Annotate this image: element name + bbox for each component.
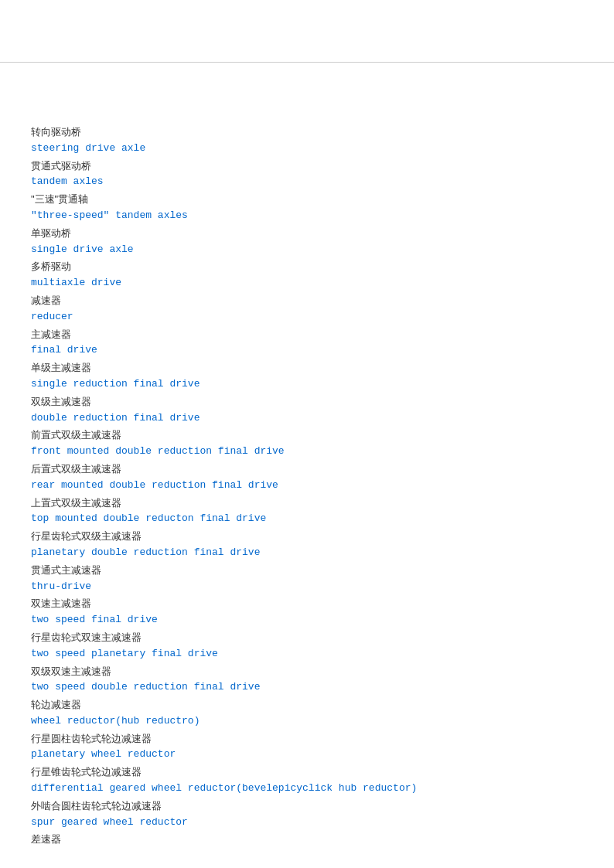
english-term: differential geared wheel reductor(bevel…: [31, 781, 583, 797]
list-item: 贯通式驱动桥tandem axles: [31, 158, 583, 191]
chinese-term: 上置式双级主减速器: [31, 495, 583, 512]
english-term: reducer: [31, 309, 583, 325]
english-term: thru-drive: [31, 579, 583, 595]
list-item: 双速主减速器two speed final drive: [31, 596, 583, 628]
list-item: 轮边减速器wheel reductor(hub reductro): [31, 697, 583, 730]
chinese-term: 差速器: [31, 832, 583, 848]
list-item: 行星齿轮式双速主减速器two speed planetary final dri…: [31, 630, 583, 662]
chinese-term: "三速"贯通轴: [31, 192, 583, 208]
english-term: multiaxle drive: [31, 275, 583, 291]
chinese-term: 轮边减速器: [31, 697, 583, 713]
chinese-term: 行星齿轮式双速主减速器: [31, 630, 583, 646]
list-item: 后置式双级主减速器rear mounted double reduction f…: [31, 461, 583, 494]
list-item: 双级主减速器double reduction final drive: [31, 394, 583, 427]
list-item: 单级主减速器single reduction final drive: [31, 360, 583, 393]
chinese-term: 主减速器: [31, 327, 583, 343]
english-term: planetary double reduction final drive: [31, 545, 583, 561]
english-term: tandem axles: [31, 174, 583, 190]
entries-list: 转向驱动桥steering drive axle贯通式驱动桥tandem axl…: [31, 124, 583, 848]
list-item: 上置式双级主减速器top mounted double reducton fin…: [31, 495, 583, 528]
chinese-term: 双级主减速器: [31, 394, 583, 410]
chinese-term: 外啮合圆柱齿轮式轮边减速器: [31, 798, 583, 815]
list-item: 主减速器final drive: [31, 327, 583, 359]
english-term: top mounted double reducton final drive: [31, 511, 583, 527]
chinese-term: 减速器: [31, 293, 583, 309]
list-item: 前置式双级主减速器front mounted double reduction …: [31, 427, 583, 460]
chinese-term: 行星圆柱齿轮式轮边减速器: [31, 731, 583, 747]
english-term: double reduction final drive: [31, 410, 583, 427]
english-term: front mounted double reduction final dri…: [31, 444, 583, 460]
english-term: rear mounted double reduction final driv…: [31, 478, 583, 494]
list-item: 双级双速主减速器two speed double reduction final…: [31, 664, 583, 696]
chinese-term: 多桥驱动: [31, 259, 583, 275]
chinese-term: 前置式双级主减速器: [31, 427, 583, 444]
english-term: single reduction final drive: [31, 376, 583, 393]
english-term: final drive: [31, 342, 583, 359]
list-item: 行星锥齿轮式轮边减速器differential geared wheel red…: [31, 764, 583, 797]
chinese-term: 单驱动桥: [31, 226, 583, 242]
english-term: single drive axle: [31, 242, 583, 258]
english-term: "three-speed" tandem axles: [31, 208, 583, 224]
english-term: steering drive axle: [31, 141, 583, 157]
chinese-term: 贯通式驱动桥: [31, 158, 583, 175]
chinese-term: 双速主减速器: [31, 596, 583, 612]
english-term: two speed planetary final drive: [31, 646, 583, 662]
chinese-term: 行星齿轮式双级主减速器: [31, 529, 583, 545]
english-term: two speed double reduction final drive: [31, 679, 583, 696]
list-item: 行星齿轮式双级主减速器planetary double reduction fi…: [31, 529, 583, 561]
chinese-term: 后置式双级主减速器: [31, 461, 583, 478]
main-content: 转向驱动桥steering drive axle贯通式驱动桥tandem axl…: [0, 62, 614, 868]
chinese-term: 转向驱动桥: [31, 124, 583, 141]
chinese-term: 单级主减速器: [31, 360, 583, 376]
list-item: 多桥驱动multiaxle drive: [31, 259, 583, 291]
english-term: wheel reductor(hub reductro): [31, 713, 583, 730]
list-item: 转向驱动桥steering drive axle: [31, 124, 583, 157]
chinese-term: 行星锥齿轮式轮边减速器: [31, 764, 583, 781]
list-item: 贯通式主减速器thru-drive: [31, 563, 583, 595]
list-item: 行星圆柱齿轮式轮边减速器planetary wheel reductor: [31, 731, 583, 764]
list-item: "三速"贯通轴"three-speed" tandem axles: [31, 192, 583, 224]
chinese-term: 贯通式主减速器: [31, 563, 583, 579]
list-item: 差速器: [31, 832, 583, 848]
english-term: spur geared wheel reductor: [31, 815, 583, 831]
english-term: planetary wheel reductor: [31, 747, 583, 763]
list-item: 减速器reducer: [31, 293, 583, 325]
list-item: 外啮合圆柱齿轮式轮边减速器spur geared wheel reductor: [31, 798, 583, 831]
english-term: two speed final drive: [31, 612, 583, 628]
list-item: 单驱动桥single drive axle: [31, 226, 583, 258]
chinese-term: 双级双速主减速器: [31, 664, 583, 680]
